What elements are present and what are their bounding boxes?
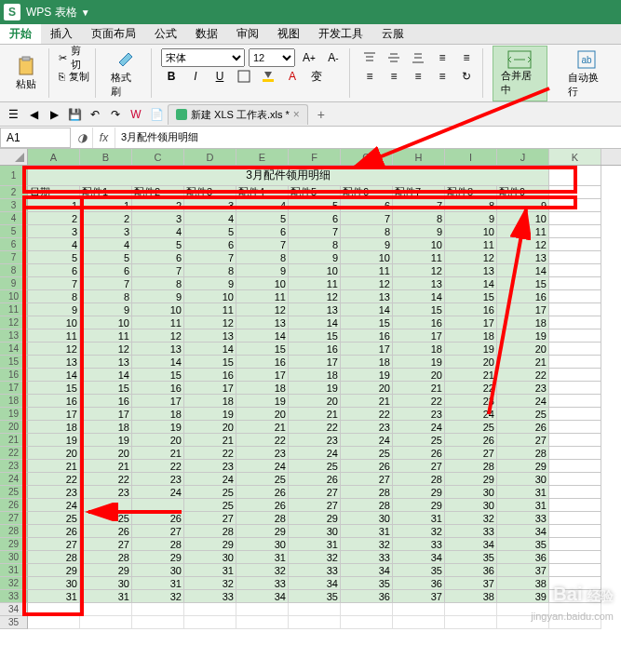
cell-k[interactable] bbox=[549, 564, 601, 577]
cell-k[interactable] bbox=[549, 382, 601, 395]
data-cell[interactable]: 17 bbox=[80, 408, 132, 421]
data-cell[interactable]: 11 bbox=[289, 277, 341, 290]
data-cell[interactable]: 30 bbox=[236, 538, 289, 551]
data-cell[interactable]: 21 bbox=[28, 460, 80, 473]
data-cell[interactable]: 12 bbox=[497, 238, 549, 251]
data-cell[interactable]: 6 bbox=[236, 225, 289, 238]
data-cell[interactable]: 21 bbox=[184, 434, 236, 447]
align-middle-button[interactable] bbox=[384, 48, 404, 67]
data-cell[interactable]: 28 bbox=[80, 551, 132, 564]
home-icon[interactable]: ☰ bbox=[4, 105, 22, 124]
data-cell[interactable]: 31 bbox=[28, 590, 80, 603]
data-cell[interactable]: 36 bbox=[393, 577, 445, 590]
data-cell[interactable]: 22 bbox=[497, 369, 549, 382]
data-cell[interactable]: 14 bbox=[132, 356, 184, 369]
menu-云服[interactable]: 云服 bbox=[372, 24, 413, 44]
data-cell[interactable]: 11 bbox=[184, 303, 236, 316]
doc-tab[interactable]: 新建 XLS 工作表.xls * × bbox=[168, 104, 308, 125]
table-header[interactable]: 配件8 bbox=[445, 186, 497, 199]
align-bottom-button[interactable] bbox=[408, 48, 428, 67]
data-cell[interactable]: 19 bbox=[80, 434, 132, 447]
cell-k[interactable] bbox=[549, 316, 601, 329]
menu-开发工具[interactable]: 开发工具 bbox=[309, 24, 372, 44]
data-cell[interactable]: 9 bbox=[445, 212, 497, 225]
data-cell[interactable]: 18 bbox=[393, 343, 445, 356]
data-cell[interactable]: 27 bbox=[289, 499, 341, 512]
align-center-button[interactable]: ≡ bbox=[384, 67, 404, 86]
data-cell[interactable]: 14 bbox=[341, 303, 393, 316]
data-cell[interactable]: 22 bbox=[341, 408, 393, 421]
col-head-B[interactable]: B bbox=[80, 149, 132, 165]
data-cell[interactable]: 7 bbox=[393, 199, 445, 212]
data-cell[interactable]: 5 bbox=[289, 199, 341, 212]
empty-cell[interactable] bbox=[289, 616, 341, 629]
data-cell[interactable]: 24 bbox=[341, 434, 393, 447]
table-header[interactable]: 配件5 bbox=[289, 186, 341, 199]
data-cell[interactable]: 9 bbox=[184, 277, 236, 290]
data-cell[interactable]: 25 bbox=[393, 434, 445, 447]
col-head-J[interactable]: J bbox=[497, 149, 549, 165]
row-head-23[interactable]: 23 bbox=[0, 460, 28, 473]
data-cell[interactable]: 31 bbox=[184, 564, 236, 577]
data-cell[interactable]: 23 bbox=[341, 421, 393, 434]
cell-k[interactable] bbox=[549, 473, 601, 486]
data-cell[interactable]: 28 bbox=[184, 525, 236, 538]
data-cell[interactable]: 26 bbox=[341, 460, 393, 473]
data-cell[interactable]: 20 bbox=[132, 434, 184, 447]
data-cell[interactable]: 11 bbox=[28, 329, 80, 343]
row-head-24[interactable]: 24 bbox=[0, 473, 28, 486]
data-cell[interactable]: 29 bbox=[184, 538, 236, 551]
data-cell[interactable]: 19 bbox=[132, 421, 184, 434]
row-head-18[interactable]: 18 bbox=[0, 395, 28, 408]
row-head-33[interactable]: 33 bbox=[0, 590, 28, 603]
data-cell[interactable]: 26 bbox=[28, 525, 80, 538]
data-cell[interactable]: 14 bbox=[393, 290, 445, 303]
col-head-G[interactable]: G bbox=[341, 149, 393, 165]
data-cell[interactable]: 9 bbox=[132, 290, 184, 303]
data-cell[interactable]: 33 bbox=[184, 590, 236, 603]
data-cell[interactable]: 14 bbox=[28, 369, 80, 382]
data-cell[interactable]: 33 bbox=[341, 551, 393, 564]
data-cell[interactable]: 9 bbox=[393, 225, 445, 238]
data-cell[interactable]: 9 bbox=[236, 264, 289, 277]
indent-left-button[interactable]: ≡ bbox=[432, 48, 452, 67]
data-cell[interactable]: 20 bbox=[289, 395, 341, 408]
data-cell[interactable]: 12 bbox=[236, 303, 289, 316]
data-cell[interactable]: 24 bbox=[184, 473, 236, 486]
data-cell[interactable]: 25 bbox=[445, 421, 497, 434]
data-cell[interactable]: 8 bbox=[28, 290, 80, 303]
menu-审阅[interactable]: 审阅 bbox=[227, 24, 268, 44]
data-cell[interactable]: 25 bbox=[184, 486, 236, 499]
data-cell[interactable]: 17 bbox=[184, 382, 236, 395]
spreadsheet-grid[interactable]: ABCDEFGHIJK 13月配件领用明细2日期配件1配件2配件3配件4配件5配… bbox=[0, 149, 621, 629]
cell-k[interactable] bbox=[549, 486, 601, 499]
data-cell[interactable]: 27 bbox=[28, 538, 80, 551]
data-cell[interactable]: 3 bbox=[184, 199, 236, 212]
data-cell[interactable]: 6 bbox=[28, 264, 80, 277]
data-cell[interactable]: 29 bbox=[80, 564, 132, 577]
col-head-E[interactable]: E bbox=[236, 149, 289, 165]
row-head-22[interactable]: 22 bbox=[0, 447, 28, 460]
data-cell[interactable]: 11 bbox=[341, 264, 393, 277]
increase-font-button[interactable]: A+ bbox=[299, 48, 319, 67]
data-cell[interactable]: 18 bbox=[184, 395, 236, 408]
data-cell[interactable]: 22 bbox=[393, 395, 445, 408]
data-cell[interactable]: 17 bbox=[393, 329, 445, 343]
table-header[interactable]: 配件7 bbox=[393, 186, 445, 199]
data-cell[interactable]: 27 bbox=[497, 434, 549, 447]
data-cell[interactable]: 31 bbox=[132, 577, 184, 590]
row-head-1[interactable]: 1 bbox=[0, 166, 28, 186]
row-head-12[interactable]: 12 bbox=[0, 316, 28, 329]
data-cell[interactable]: 13 bbox=[132, 343, 184, 356]
data-cell[interactable]: 20 bbox=[184, 421, 236, 434]
row-head-15[interactable]: 15 bbox=[0, 356, 28, 369]
data-cell[interactable]: 16 bbox=[80, 395, 132, 408]
data-cell[interactable]: 1 bbox=[28, 199, 80, 212]
data-cell[interactable]: 26 bbox=[497, 421, 549, 434]
row-head-28[interactable]: 28 bbox=[0, 525, 28, 538]
cell-k[interactable] bbox=[549, 277, 601, 290]
data-cell[interactable]: 36 bbox=[497, 551, 549, 564]
data-cell[interactable]: 30 bbox=[445, 499, 497, 512]
data-cell[interactable]: 12 bbox=[341, 277, 393, 290]
data-cell[interactable]: 17 bbox=[28, 408, 80, 421]
